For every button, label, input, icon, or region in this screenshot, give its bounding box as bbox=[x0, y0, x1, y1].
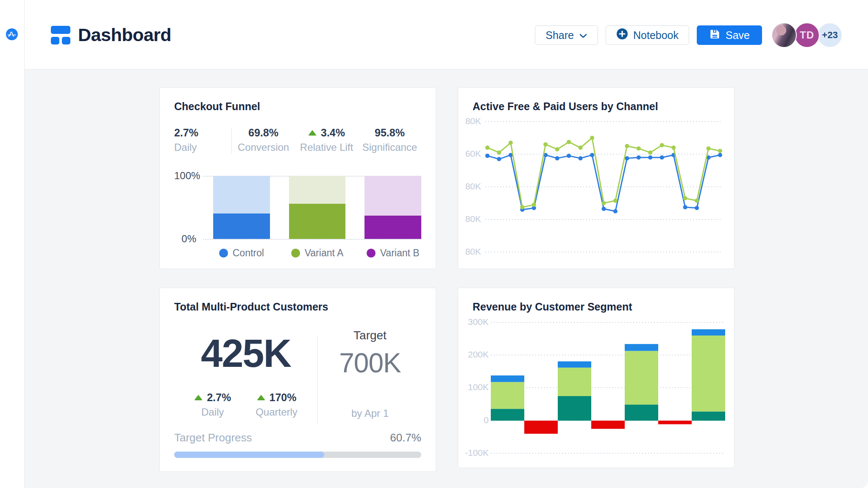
funnel-bar bbox=[289, 176, 346, 239]
brand: Dashboard bbox=[51, 25, 171, 45]
line-point bbox=[613, 199, 618, 203]
funnel-bar-fill bbox=[213, 214, 270, 239]
kpi-relative-lift: 3.4% Relative Lift bbox=[295, 127, 358, 153]
funnel-kpi-row: 2.7% Daily 69.8% Conversion 3.4% Relativ… bbox=[174, 127, 421, 154]
page-title: Dashboard bbox=[78, 25, 171, 45]
chevron-down-icon bbox=[579, 29, 587, 42]
users-line-chart: 80K60K80K80K80K bbox=[464, 118, 728, 266]
trend-up-icon bbox=[257, 395, 265, 400]
funnel-bar-fill bbox=[364, 216, 421, 239]
y-axis-tick: 80K bbox=[465, 214, 481, 224]
line-point bbox=[602, 207, 606, 211]
line-point bbox=[485, 146, 490, 150]
share-button-label: Share bbox=[545, 29, 574, 42]
y-axis-tick: -100K bbox=[465, 448, 489, 458]
line-point bbox=[509, 141, 513, 145]
y-axis-tick: 80K bbox=[465, 118, 481, 126]
save-button-label: Save bbox=[726, 29, 750, 42]
legend-item: Control bbox=[213, 247, 270, 259]
kpi-daily: 2.7% Daily bbox=[194, 391, 231, 418]
revenue-card: Revenue by Customer Segment 300K200K100K… bbox=[458, 288, 734, 468]
revenue-stacked-bar-chart: 300K200K100K0-100K bbox=[464, 319, 728, 465]
avatar-group: TD +23 bbox=[771, 22, 843, 48]
y-axis-tick: 60K bbox=[465, 149, 481, 158]
user-photo-avatar[interactable] bbox=[771, 22, 797, 48]
line-point bbox=[637, 155, 641, 160]
line-point bbox=[660, 143, 664, 147]
progress-row: Target Progress 60.7% bbox=[174, 431, 421, 444]
customers-card: Total Multi-Product Customers 425K 2.7% … bbox=[159, 288, 436, 472]
line-point bbox=[579, 146, 583, 150]
line-point bbox=[648, 155, 652, 160]
amplitude-logo-icon[interactable] bbox=[6, 28, 18, 41]
plus-circle-icon bbox=[616, 28, 628, 42]
legend-dot bbox=[291, 249, 300, 258]
avatar-overflow-count[interactable]: +23 bbox=[817, 22, 843, 48]
kpi-value: 69.8% bbox=[248, 127, 278, 139]
line-point bbox=[718, 149, 722, 153]
notebook-button[interactable]: Notebook bbox=[606, 25, 689, 45]
trend-up-icon bbox=[194, 395, 203, 400]
revenue-negative-bar bbox=[658, 421, 692, 424]
line-point bbox=[625, 156, 629, 161]
target-value: 700K bbox=[318, 347, 422, 379]
y-axis-tick: 300K bbox=[468, 319, 489, 327]
kpi-daily: 2.7% Daily bbox=[174, 127, 219, 153]
line-point bbox=[613, 209, 618, 214]
progress-value: 60.7% bbox=[390, 431, 421, 444]
line-point bbox=[520, 205, 524, 209]
y-axis-tick: 80K bbox=[465, 247, 481, 256]
line-point bbox=[579, 156, 583, 161]
revenue-bar-segment bbox=[491, 409, 524, 421]
kpi-value: 170% bbox=[270, 391, 297, 404]
line-point bbox=[532, 202, 536, 207]
revenue-bar-segment bbox=[558, 368, 591, 396]
app-window: Dashboard Share Notebook bbox=[0, 0, 868, 488]
line-point bbox=[555, 156, 559, 161]
revenue-negative-bar bbox=[524, 421, 558, 434]
y-axis-tick: 80K bbox=[465, 181, 481, 191]
legend-item: Variant A bbox=[289, 247, 346, 259]
line-point bbox=[683, 196, 687, 200]
funnel-chart: 100%0%ControlVariant AVariant B bbox=[174, 176, 421, 259]
customers-kpi-row: 2.7% Daily 170% Quarterly bbox=[174, 391, 317, 418]
active-users-card: Active Free & Paid Users by Channel 80K6… bbox=[458, 87, 734, 269]
funnel-bar bbox=[213, 176, 270, 239]
funnel-bar-fill bbox=[289, 204, 346, 239]
revenue-bar-segment bbox=[692, 329, 725, 336]
card-title: Revenue by Customer Segment bbox=[473, 301, 632, 313]
funnel-legend: ControlVariant AVariant B bbox=[213, 247, 421, 259]
legend-label: Control bbox=[233, 247, 264, 259]
kpi-label: Daily bbox=[201, 406, 224, 418]
user-initials-avatar[interactable]: TD bbox=[794, 22, 820, 48]
legend-dot bbox=[219, 249, 228, 258]
kpi-label: Daily bbox=[174, 141, 219, 153]
kpi-conversion: 69.8% Conversion bbox=[232, 127, 295, 153]
save-button[interactable]: Save bbox=[697, 25, 762, 45]
y-axis-tick: 100K bbox=[468, 382, 489, 392]
line-point bbox=[671, 146, 676, 150]
kpi-label: Significance bbox=[362, 141, 417, 153]
revenue-negative-bar bbox=[591, 421, 625, 429]
card-title: Total Multi-Product Customers bbox=[174, 301, 328, 313]
legend-item: Variant B bbox=[364, 247, 421, 259]
line-point bbox=[695, 199, 699, 203]
kpi-quarterly: 170% Quarterly bbox=[256, 391, 298, 418]
trend-up-icon bbox=[308, 130, 317, 136]
notebook-button-label: Notebook bbox=[633, 29, 679, 42]
kpi-value: 95.8% bbox=[375, 127, 405, 139]
line-point bbox=[683, 205, 687, 209]
line-point bbox=[567, 154, 571, 158]
line-point bbox=[648, 150, 652, 155]
line-point bbox=[567, 140, 571, 144]
funnel-bars bbox=[213, 176, 421, 239]
kpi-value: 2.7% bbox=[207, 391, 231, 404]
line-point bbox=[497, 150, 501, 155]
legend-label: Variant A bbox=[305, 247, 344, 259]
revenue-bar-segment bbox=[625, 344, 658, 351]
kpi-significance: 95.8% Significance bbox=[358, 127, 421, 153]
share-button[interactable]: Share bbox=[535, 25, 598, 45]
y-axis-tick: 200K bbox=[468, 349, 489, 359]
save-floppy-icon bbox=[709, 28, 721, 42]
checkout-funnel-card: Checkout Funnel 2.7% Daily 69.8% Convers… bbox=[159, 87, 436, 269]
